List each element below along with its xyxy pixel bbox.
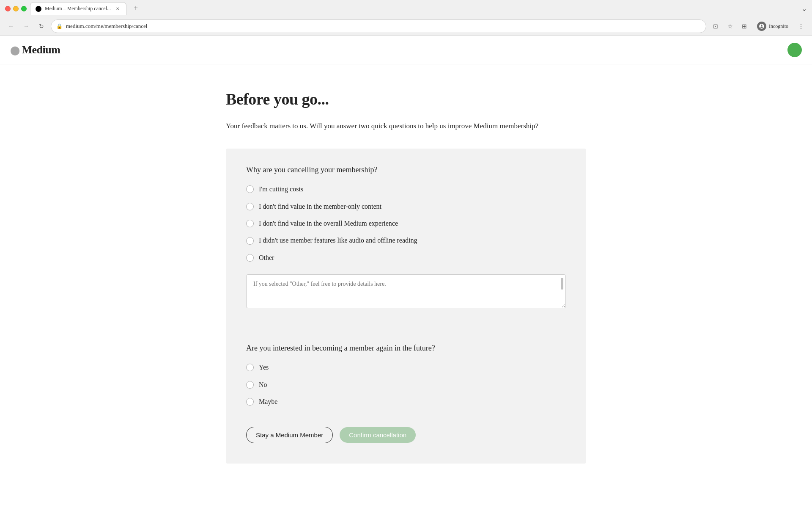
refresh-button[interactable]: ↻	[36, 20, 47, 32]
browser-chrome: Medium – Membership cancel... ✕ + ⌄ ← → …	[0, 0, 812, 36]
radio-label-cost: I'm cutting costs	[259, 185, 303, 194]
radio-option-no[interactable]: No	[246, 380, 566, 389]
radio-label-maybe: Maybe	[259, 397, 277, 406]
chevron-down-icon[interactable]: ⌄	[801, 5, 807, 13]
back-button[interactable]: ←	[5, 20, 17, 32]
close-button[interactable]	[5, 6, 11, 11]
toolbar-right: ⊡ ☆ ⊞ Incognito ⋮	[710, 20, 807, 32]
new-tab-button[interactable]: +	[130, 2, 142, 14]
radio-label-other: Other	[259, 253, 274, 262]
medium-logo: ⬤ Medium	[10, 44, 60, 56]
tab-favicon	[36, 6, 41, 12]
main-content: Before you go... Your feedback matters t…	[216, 64, 596, 497]
minimize-button[interactable]	[13, 6, 19, 11]
question2-label: Are you interested in becoming a member …	[246, 344, 566, 353]
cancellation-reason-group: I'm cutting costs I don't find value in …	[246, 185, 566, 262]
browser-toolbar: ← → ↻ 🔒 medium.com/me/membership/cancel …	[0, 17, 812, 36]
incognito-avatar	[757, 22, 766, 31]
radio-input-member-content[interactable]	[246, 203, 254, 210]
confirm-cancellation-button[interactable]: Confirm cancellation	[340, 427, 416, 443]
lock-icon: 🔒	[56, 23, 63, 30]
radio-label-overall: I don't find value in the overall Medium…	[259, 219, 398, 228]
browser-titlebar: Medium – Membership cancel... ✕ + ⌄	[0, 0, 812, 17]
traffic-lights	[5, 6, 27, 11]
radio-option-yes[interactable]: Yes	[246, 363, 566, 372]
radio-label-no: No	[259, 380, 267, 389]
tab-close-button[interactable]: ✕	[114, 6, 121, 12]
radio-option-member-content[interactable]: I don't find value in the member-only co…	[246, 202, 566, 211]
bookmark-icon-button[interactable]: ☆	[724, 20, 736, 32]
radio-option-other[interactable]: Other	[246, 253, 566, 262]
forward-button[interactable]: →	[20, 20, 32, 32]
radio-option-cost[interactable]: I'm cutting costs	[246, 185, 566, 194]
page-subtitle: Your feedback matters to us. Will you an…	[226, 120, 586, 132]
textarea-scrollbar-thumb	[561, 278, 563, 290]
page-content: ⬤ Medium Before you go... Your feedback …	[0, 36, 812, 497]
other-details-textarea[interactable]	[246, 274, 566, 308]
radio-label-member-content: I don't find value in the member-only co…	[259, 202, 381, 211]
radio-option-overall[interactable]: I don't find value in the overall Medium…	[246, 219, 566, 228]
radio-label-features: I didn't use member features like audio …	[259, 236, 417, 245]
question1-label: Why are you cancelling your membership?	[246, 166, 566, 174]
radio-option-maybe[interactable]: Maybe	[246, 397, 566, 406]
user-avatar[interactable]	[787, 43, 802, 57]
radio-input-maybe[interactable]	[246, 398, 254, 406]
radio-input-features[interactable]	[246, 237, 254, 245]
top-navigation: ⬤ Medium	[0, 36, 812, 64]
incognito-label: Incognito	[769, 23, 788, 30]
grid-icon-button[interactable]: ⊞	[738, 20, 750, 32]
page-title: Before you go...	[226, 90, 586, 108]
action-buttons: Stay a Medium Member Confirm cancellatio…	[246, 427, 566, 443]
address-text: medium.com/me/membership/cancel	[66, 23, 701, 30]
radio-input-cost[interactable]	[246, 185, 254, 193]
maximize-button[interactable]	[21, 6, 27, 11]
radio-input-yes[interactable]	[246, 364, 254, 371]
cast-icon-button[interactable]: ⊡	[710, 20, 721, 32]
survey-card: Why are you cancelling your membership? …	[226, 149, 586, 464]
radio-input-no[interactable]	[246, 381, 254, 389]
address-bar[interactable]: 🔒 medium.com/me/membership/cancel	[51, 19, 706, 33]
radio-label-yes: Yes	[259, 363, 269, 372]
active-tab[interactable]: Medium – Membership cancel... ✕	[30, 2, 126, 15]
radio-input-other[interactable]	[246, 254, 254, 262]
radio-input-overall[interactable]	[246, 220, 254, 227]
radio-option-features[interactable]: I didn't use member features like audio …	[246, 236, 566, 245]
stay-member-button[interactable]: Stay a Medium Member	[246, 427, 333, 443]
tab-label: Medium – Membership cancel...	[45, 6, 111, 12]
more-menu-button[interactable]: ⋮	[795, 20, 807, 32]
future-member-group: Yes No Maybe	[246, 363, 566, 406]
incognito-button[interactable]: Incognito	[753, 21, 793, 32]
